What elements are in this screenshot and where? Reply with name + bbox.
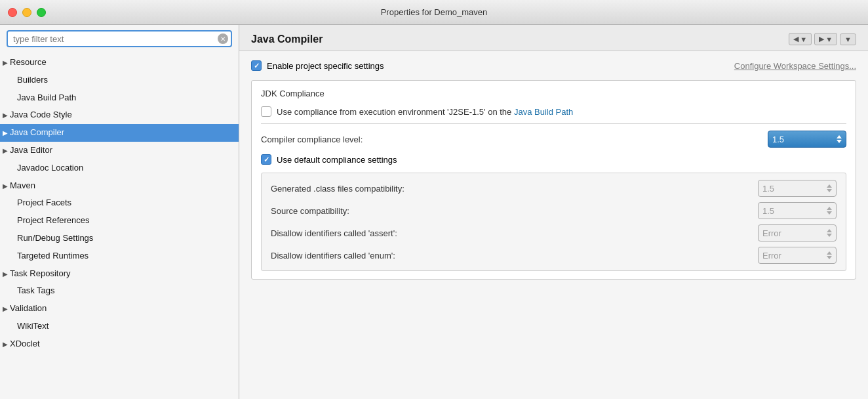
- spinner-arrows: [837, 135, 842, 143]
- expand-arrow-icon: ▶: [3, 304, 8, 314]
- divider: [261, 123, 846, 124]
- enable-settings-row: Enable project specific settings Configu…: [251, 60, 856, 71]
- source-compat-select[interactable]: 1.5: [758, 202, 837, 219]
- content-body: Enable project specific settings Configu…: [239, 51, 868, 399]
- disallow-enum-value: Error: [762, 251, 781, 261]
- nav-buttons: ◀ ▼ ▶ ▼ ▼: [789, 33, 856, 45]
- spinner-up-icon: [827, 251, 832, 255]
- jdk-compliance-title: JDK Compliance: [261, 89, 846, 98]
- sidebar-item-project-facets[interactable]: Project Facets: [0, 194, 239, 212]
- spinner-arrows: [827, 229, 832, 237]
- close-button[interactable]: [8, 8, 17, 17]
- forward-button[interactable]: ▶ ▼: [814, 33, 837, 45]
- generated-class-select[interactable]: 1.5: [758, 180, 837, 197]
- spinner-arrows: [827, 251, 832, 259]
- sidebar-item-project-references[interactable]: Project References: [0, 212, 239, 230]
- spinner-up-icon: [827, 207, 832, 210]
- tree-list: ▶Resource Builders Java Build Path ▶Java…: [0, 52, 239, 399]
- search-clear-button[interactable]: ✕: [218, 33, 228, 44]
- enable-settings-label: Enable project specific settings: [267, 61, 384, 71]
- use-default-row: Use default compliance settings: [261, 154, 846, 165]
- generated-class-row: Generated .class files compatibility: 1.…: [271, 180, 837, 197]
- minimize-button[interactable]: [22, 8, 31, 17]
- back-button[interactable]: ◀ ▼: [789, 33, 812, 45]
- use-default-checkbox[interactable]: [261, 154, 271, 165]
- forward-arrow-icon: ▶: [819, 35, 824, 43]
- compiler-compliance-row: Compiler compliance level: 1.5: [261, 131, 846, 148]
- forward-dropdown-icon: ▼: [825, 35, 833, 43]
- use-compliance-text: Use compliance from execution environmen…: [277, 107, 573, 117]
- disallow-enum-label: Disallow identifiers called 'enum':: [271, 251, 758, 261]
- compiler-compliance-select[interactable]: 1.5: [768, 131, 846, 148]
- search-input[interactable]: [7, 30, 232, 47]
- sidebar-item-run-debug-settings[interactable]: Run/Debug Settings: [0, 230, 239, 247]
- page-title: Java Compiler: [251, 33, 323, 45]
- sidebar-item-java-build-path[interactable]: Java Build Path: [0, 89, 239, 107]
- jdk-compliance-section: JDK Compliance Use compliance from execu…: [251, 80, 856, 280]
- disallow-enum-select[interactable]: Error: [758, 247, 837, 264]
- expand-arrow-icon: ▶: [3, 58, 8, 68]
- sidebar-item-java-code-style[interactable]: ▶Java Code Style: [0, 106, 239, 124]
- sidebar-item-task-tags[interactable]: Task Tags: [0, 282, 239, 300]
- use-compliance-row: Use compliance from execution environmen…: [261, 106, 846, 117]
- menu-button[interactable]: ▼: [840, 33, 856, 45]
- expand-arrow-icon: ▶: [3, 181, 8, 192]
- sidebar-item-task-repository[interactable]: ▶Task Repository: [0, 265, 239, 283]
- sidebar-item-java-compiler[interactable]: ▶Java Compiler: [0, 124, 239, 142]
- enable-settings-checkbox[interactable]: [251, 60, 262, 71]
- disallow-assert-select[interactable]: Error: [758, 224, 837, 242]
- java-build-path-link[interactable]: Java Build Path: [514, 107, 573, 117]
- spinner-down-icon: [827, 189, 832, 192]
- source-compat-value: 1.5: [762, 206, 774, 216]
- spinner-down-icon: [827, 256, 832, 259]
- menu-dropdown-icon: ▼: [844, 35, 852, 43]
- source-compat-row: Source compatibility: 1.5: [271, 202, 837, 219]
- compliance-sub-section: Generated .class files compatibility: 1.…: [261, 173, 846, 271]
- disallow-assert-value: Error: [762, 228, 781, 238]
- content-header: Java Compiler ◀ ▼ ▶ ▼ ▼: [239, 25, 868, 51]
- expand-arrow-icon: ▶: [3, 269, 8, 280]
- disallow-enum-row: Disallow identifiers called 'enum': Erro…: [271, 247, 837, 264]
- back-dropdown-icon: ▼: [800, 35, 807, 43]
- sidebar-item-java-editor[interactable]: ▶Java Editor: [0, 142, 239, 159]
- generated-class-value: 1.5: [762, 184, 774, 194]
- configure-workspace-link[interactable]: Configure Workspace Settings...: [734, 61, 856, 71]
- sidebar-item-xdoclet[interactable]: ▶XDoclet: [0, 335, 239, 353]
- spinner-down-icon: [827, 234, 832, 237]
- sidebar-item-builders[interactable]: Builders: [0, 72, 239, 89]
- spinner-down-icon: [837, 140, 842, 143]
- back-arrow-icon: ◀: [793, 35, 799, 43]
- expand-arrow-icon: ▶: [3, 110, 8, 121]
- compiler-compliance-value: 1.5: [772, 135, 784, 144]
- compiler-compliance-label: Compiler compliance level:: [261, 135, 768, 144]
- sidebar-item-resource[interactable]: ▶Resource: [0, 54, 239, 72]
- sidebar-item-validation[interactable]: ▶Validation: [0, 300, 239, 318]
- disallow-assert-row: Disallow identifiers called 'assert': Er…: [271, 224, 837, 242]
- spinner-up-icon: [837, 135, 842, 138]
- search-wrapper: ✕: [0, 25, 239, 52]
- generated-class-label: Generated .class files compatibility:: [271, 184, 758, 194]
- source-compat-label: Source compatibility:: [271, 206, 758, 216]
- sidebar-item-maven[interactable]: ▶Maven: [0, 177, 239, 195]
- search-field-wrapper: ✕: [7, 30, 232, 47]
- spinner-up-icon: [827, 184, 832, 188]
- spinner-arrows: [827, 207, 832, 215]
- use-compliance-checkbox[interactable]: [261, 106, 271, 117]
- sidebar-item-javadoc-location[interactable]: Javadoc Location: [0, 159, 239, 177]
- expand-arrow-icon: ▶: [3, 128, 8, 138]
- expand-arrow-icon: ▶: [3, 339, 8, 350]
- expand-arrow-icon: ▶: [3, 146, 8, 156]
- content-area: Java Compiler ◀ ▼ ▶ ▼ ▼ En: [239, 25, 868, 399]
- enable-settings-left: Enable project specific settings: [251, 60, 384, 71]
- sidebar: ✕ ▶Resource Builders Java Build Path ▶Ja…: [0, 25, 239, 399]
- window-controls: [8, 8, 46, 17]
- maximize-button[interactable]: [37, 8, 46, 17]
- window-title: Properties for Demo_maven: [381, 7, 488, 17]
- sidebar-item-wikitext[interactable]: WikiText: [0, 318, 239, 335]
- disallow-assert-label: Disallow identifiers called 'assert':: [271, 228, 758, 238]
- use-default-label: Use default compliance settings: [277, 155, 397, 165]
- title-bar: Properties for Demo_maven: [0, 0, 868, 25]
- main-layout: ✕ ▶Resource Builders Java Build Path ▶Ja…: [0, 25, 868, 399]
- spinner-up-icon: [827, 229, 832, 232]
- sidebar-item-targeted-runtimes[interactable]: Targeted Runtimes: [0, 247, 239, 265]
